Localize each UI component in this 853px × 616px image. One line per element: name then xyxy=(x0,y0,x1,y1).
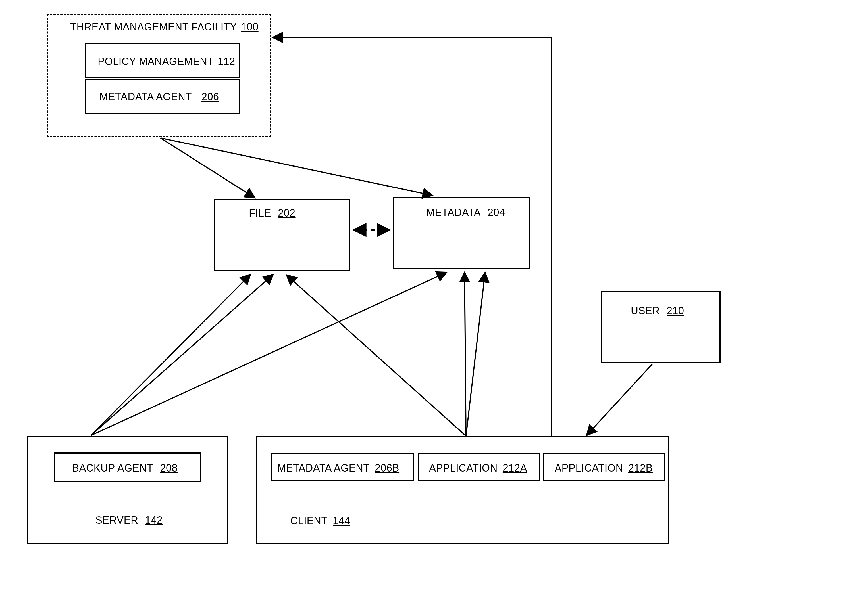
metadata-agent-b-title: METADATA AGENT206B xyxy=(277,462,399,474)
diagram-canvas: THREAT MANAGEMENT FACILITY100 POLICY MAN… xyxy=(0,0,853,616)
user-box xyxy=(601,291,721,363)
svg-line-7 xyxy=(464,273,466,436)
svg-line-1 xyxy=(161,138,432,195)
metadata-agent-title: METADATA AGENT206 xyxy=(99,91,219,103)
client-box xyxy=(256,436,669,544)
application-a-title: APPLICATION212A xyxy=(429,462,527,474)
client-title: CLIENT144 xyxy=(290,515,351,527)
tmf-title: THREAT MANAGEMENT FACILITY100 xyxy=(70,21,259,33)
file-title: FILE202 xyxy=(249,207,296,219)
policy-title: POLICY MANAGEMENT112 xyxy=(98,56,235,68)
backup-agent-title: BACKUP AGENT208 xyxy=(72,462,178,474)
svg-line-8 xyxy=(466,273,485,436)
server-title: SERVER142 xyxy=(96,515,162,526)
svg-line-0 xyxy=(161,138,254,198)
metadata-title: METADATA204 xyxy=(426,207,505,219)
svg-line-5 xyxy=(91,272,446,436)
svg-line-4 xyxy=(91,275,273,436)
application-b-title: APPLICATION212B xyxy=(555,462,653,474)
svg-line-6 xyxy=(287,275,466,436)
server-box xyxy=(27,436,228,544)
svg-line-3 xyxy=(91,275,250,436)
svg-line-9 xyxy=(587,364,653,435)
user-title: USER210 xyxy=(631,305,684,317)
